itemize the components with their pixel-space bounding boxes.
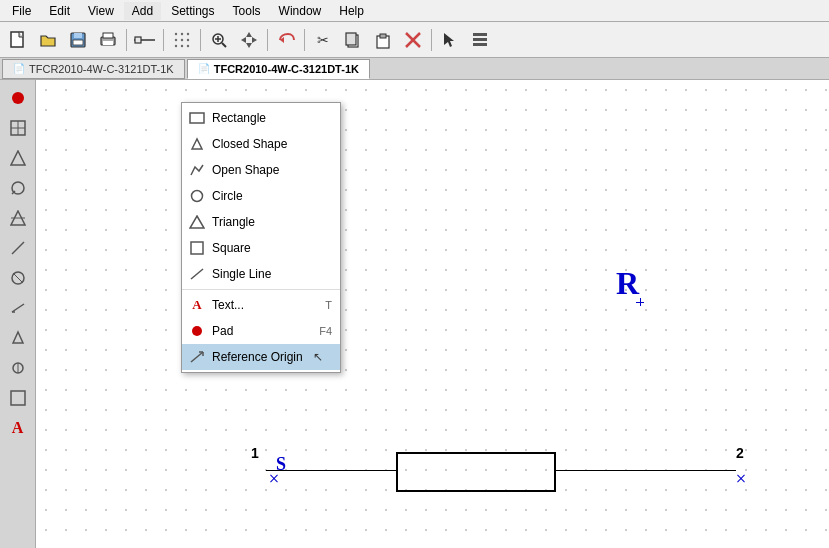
svg-marker-52 xyxy=(13,332,23,343)
menu-item-circle[interactable]: Circle xyxy=(182,183,340,209)
sidebar-tool-8[interactable] xyxy=(4,294,32,322)
svg-line-47 xyxy=(12,242,24,254)
svg-line-61 xyxy=(191,269,203,279)
menu-help[interactable]: Help xyxy=(331,2,372,20)
menu-item-open-shape[interactable]: Open Shape xyxy=(182,157,340,183)
menu-item-reference-origin[interactable]: Reference Origin ↖ xyxy=(182,344,340,370)
menu-item-pad-shortcut: F4 xyxy=(319,325,332,337)
sidebar-tool-11[interactable] xyxy=(4,384,32,412)
toolbar-component[interactable] xyxy=(131,26,159,54)
menu-item-pad[interactable]: Pad F4 xyxy=(182,318,340,344)
menu-item-triangle[interactable]: Triangle xyxy=(182,209,340,235)
menu-tools[interactable]: Tools xyxy=(225,2,269,20)
menu-edit[interactable]: Edit xyxy=(41,2,78,20)
svg-point-15 xyxy=(187,38,189,40)
origin-icon xyxy=(188,348,206,366)
pad-icon xyxy=(188,322,206,340)
cursor-icon: ↖ xyxy=(313,350,323,364)
toolbar: ✂ xyxy=(0,22,829,58)
menu-window[interactable]: Window xyxy=(271,2,330,20)
sidebar-tool-4[interactable] xyxy=(4,174,32,202)
toolbar-copy[interactable] xyxy=(339,26,367,54)
toolbar-grid[interactable] xyxy=(168,26,196,54)
canvas-area[interactable]: R 1 2 S Rectangle xyxy=(36,80,829,548)
line-icon xyxy=(188,265,206,283)
svg-rect-5 xyxy=(103,33,113,38)
pin2-number: 2 xyxy=(736,445,744,461)
toolbar-sep5 xyxy=(304,29,305,51)
toolbar-select[interactable] xyxy=(436,26,464,54)
sidebar-tool-3[interactable] xyxy=(4,144,32,172)
svg-point-14 xyxy=(181,38,183,40)
open-shape-icon xyxy=(188,161,206,179)
menu-add[interactable]: Add xyxy=(124,2,161,20)
svg-rect-29 xyxy=(346,33,356,45)
tab-1-label: TFCR2010-4W-C-3121DT-1K xyxy=(29,63,174,75)
svg-marker-34 xyxy=(444,33,454,47)
add-dropdown-menu: Rectangle Closed Shape Open Shape Circle xyxy=(181,102,341,373)
menu-item-rectangle[interactable]: Rectangle xyxy=(182,105,340,131)
resistor-box xyxy=(396,452,556,492)
menu-file[interactable]: File xyxy=(4,2,39,20)
svg-point-10 xyxy=(175,32,177,34)
svg-marker-24 xyxy=(246,43,252,48)
menu-item-single-line[interactable]: Single Line xyxy=(182,261,340,287)
pin2-cross xyxy=(736,473,746,483)
menu-item-closed-shape[interactable]: Closed Shape xyxy=(182,131,340,157)
svg-rect-60 xyxy=(191,242,203,254)
svg-line-20 xyxy=(222,43,226,47)
square-icon xyxy=(188,239,206,257)
svg-point-11 xyxy=(181,32,183,34)
pin1-number: 1 xyxy=(251,445,259,461)
svg-marker-25 xyxy=(241,37,246,43)
text-icon: A xyxy=(188,296,206,314)
pin1-cross xyxy=(269,473,279,483)
sidebar-text[interactable]: A xyxy=(4,414,32,442)
svg-rect-3 xyxy=(73,40,83,45)
sidebar-tool-9[interactable] xyxy=(4,324,32,352)
toolbar-sep6 xyxy=(431,29,432,51)
sidebar-tool-5[interactable] xyxy=(4,204,32,232)
toolbar-cut[interactable]: ✂ xyxy=(309,26,337,54)
left-sidebar: A xyxy=(0,80,36,548)
svg-rect-35 xyxy=(473,33,487,36)
circle-icon xyxy=(188,187,206,205)
ref-cross-r xyxy=(636,298,644,306)
svg-rect-36 xyxy=(473,38,487,41)
sidebar-pointer[interactable] xyxy=(4,114,32,142)
menu-item-open-shape-label: Open Shape xyxy=(212,163,279,177)
toolbar-save[interactable] xyxy=(64,26,92,54)
toolbar-new[interactable] xyxy=(4,26,32,54)
svg-point-13 xyxy=(175,38,177,40)
sidebar-tool-10[interactable] xyxy=(4,354,32,382)
sidebar-tool-6[interactable] xyxy=(4,234,32,262)
menu-bar: File Edit View Add Settings Tools Window… xyxy=(0,0,829,22)
toolbar-sep1 xyxy=(126,29,127,51)
tab-1[interactable]: 📄 TFCR2010-4W-C-3121DT-1K xyxy=(2,59,185,79)
toolbar-undo[interactable] xyxy=(272,26,300,54)
menu-item-square-label: Square xyxy=(212,241,251,255)
toolbar-pan[interactable] xyxy=(235,26,263,54)
tab-2[interactable]: 📄 TFCR2010-4W-C-3121DT-1K xyxy=(187,59,370,79)
tab-2-label: TFCR2010-4W-C-3121DT-1K xyxy=(214,63,359,75)
toolbar-properties[interactable] xyxy=(466,26,494,54)
svg-point-58 xyxy=(192,191,203,202)
toolbar-delete[interactable] xyxy=(399,26,427,54)
svg-point-16 xyxy=(175,44,177,46)
menu-item-square[interactable]: Square xyxy=(182,235,340,261)
toolbar-sep4 xyxy=(267,29,268,51)
menu-view[interactable]: View xyxy=(80,2,122,20)
toolbar-paste[interactable] xyxy=(369,26,397,54)
svg-marker-23 xyxy=(246,32,252,37)
sidebar-tool-7[interactable] xyxy=(4,264,32,292)
toolbar-print[interactable] xyxy=(94,26,122,54)
rect-icon xyxy=(188,109,206,127)
svg-marker-59 xyxy=(190,216,204,228)
toolbar-zoom-area[interactable] xyxy=(205,26,233,54)
toolbar-open[interactable] xyxy=(34,26,62,54)
menu-item-triangle-label: Triangle xyxy=(212,215,255,229)
menu-settings[interactable]: Settings xyxy=(163,2,222,20)
sidebar-select[interactable] xyxy=(4,84,32,112)
menu-item-text[interactable]: A Text... T xyxy=(182,292,340,318)
menu-item-text-label: Text... xyxy=(212,298,244,312)
